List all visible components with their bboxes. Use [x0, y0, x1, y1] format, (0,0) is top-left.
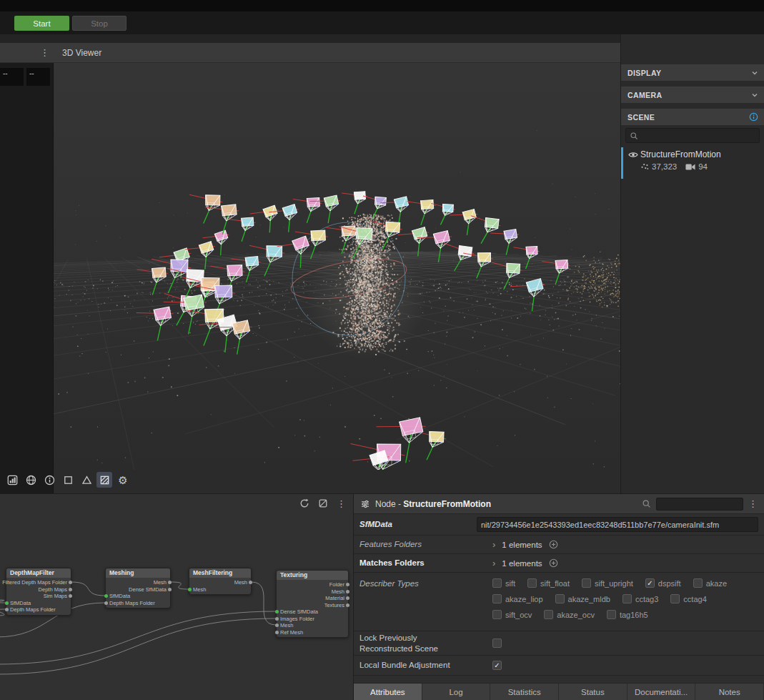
- describer-type-akaze-liop[interactable]: akaze_liop: [492, 594, 543, 603]
- tab-statistics[interactable]: Statistics: [490, 684, 559, 700]
- graph-node-depthmapfilter[interactable]: DepthMapFilterFiltered Depth Maps Folder…: [6, 568, 71, 616]
- pin-icon[interactable]: [5, 608, 9, 611]
- viewer-menu-icon[interactable]: ⋮: [40, 48, 49, 57]
- node-pin-row: Mesh: [189, 586, 251, 593]
- viewport-3d[interactable]: [54, 63, 620, 470]
- describer-type-cctag3[interactable]: cctag3: [622, 594, 658, 603]
- checkbox[interactable]: [622, 594, 632, 603]
- describer-type-cctag4[interactable]: cctag4: [670, 594, 706, 603]
- describer-type-akaze-mldb[interactable]: akaze_mldb: [555, 594, 610, 603]
- pin-icon[interactable]: [275, 623, 279, 627]
- pin-icon[interactable]: [188, 588, 192, 591]
- pin-icon[interactable]: [104, 601, 108, 605]
- describer-type-akaze-ocv[interactable]: akaze_ocv: [544, 610, 595, 619]
- tab-status[interactable]: Status: [559, 684, 627, 700]
- describer-type-sift-float[interactable]: sift_float: [527, 578, 570, 588]
- pin-icon[interactable]: [104, 594, 108, 598]
- checkbox[interactable]: [607, 610, 616, 619]
- viewport-toolbar-bg: [54, 470, 620, 493]
- pin-icon[interactable]: [346, 603, 349, 607]
- describer-label: sift_ocv: [505, 611, 532, 619]
- graph-editor[interactable]: ⋮ DepthMapFilterFiltered Depth Maps Fold…: [0, 493, 353, 700]
- pin-label: Sim Maps: [44, 593, 67, 599]
- tab-notes[interactable]: Notes: [695, 684, 764, 700]
- meshroom-window: Start Stop ⋮ 3D Viewer -- -- ⚙ DISPLAY: [0, 0, 764, 700]
- node-pin-row: Dense SfMData: [106, 586, 170, 593]
- stats-chart-icon[interactable]: [4, 472, 20, 488]
- pin-icon[interactable]: [69, 588, 72, 591]
- pin-icon[interactable]: [168, 588, 172, 591]
- checkbox-lock-previously-reconstructed-scene[interactable]: [492, 639, 502, 648]
- section-display[interactable]: DISPLAY: [621, 64, 764, 81]
- checkbox[interactable]: [582, 578, 591, 588]
- visibility-eye-icon[interactable]: [628, 150, 638, 159]
- pin-icon[interactable]: [275, 617, 279, 621]
- chevron-down-icon: [751, 92, 758, 99]
- describer-label: akaze_mldb: [568, 595, 610, 603]
- describer-type-akaze[interactable]: akaze: [693, 578, 727, 588]
- section-label: CAMERA: [627, 91, 662, 99]
- tab-attributes[interactable]: Attributes: [354, 684, 422, 700]
- globe-icon[interactable]: [23, 472, 39, 488]
- pin-label: Mesh: [332, 588, 344, 595]
- checkbox[interactable]: [544, 610, 553, 619]
- pin-icon[interactable]: [346, 590, 349, 593]
- describer-label: cctag3: [635, 595, 658, 603]
- pin-icon[interactable]: [275, 610, 279, 613]
- pin-label: Filtered Depth Maps Folder: [2, 579, 67, 586]
- gallery-placeholder[interactable]: --: [26, 68, 50, 86]
- checkbox[interactable]: [693, 578, 703, 588]
- describer-type-dspsift[interactable]: ✓dspsift: [645, 578, 681, 588]
- section-scene[interactable]: SCENE: [621, 109, 764, 125]
- attribute-search-input[interactable]: [656, 498, 743, 511]
- checkbox[interactable]: [527, 578, 537, 588]
- scene-item-stats: 37,323 94: [640, 162, 708, 171]
- textured-mode-icon[interactable]: [96, 472, 112, 488]
- checkbox[interactable]: ✓: [645, 578, 655, 588]
- add-element-button[interactable]: [549, 558, 558, 568]
- points-count: 37,323: [652, 162, 677, 171]
- checkbox[interactable]: [492, 578, 502, 588]
- pin-icon[interactable]: [5, 601, 9, 605]
- tab-log[interactable]: Log: [422, 684, 491, 700]
- checkbox[interactable]: [555, 594, 565, 603]
- scene-item-structurefrommotion[interactable]: StructureFromMotion 37,323 94: [621, 147, 764, 179]
- section-label: SCENE: [627, 113, 655, 122]
- section-camera[interactable]: CAMERA: [621, 87, 764, 103]
- tab-documentati[interactable]: Documentati...: [627, 684, 696, 700]
- checkbox[interactable]: [492, 610, 502, 619]
- gallery-placeholder[interactable]: --: [0, 68, 24, 86]
- describer-label: akaze_liop: [505, 595, 543, 603]
- start-button[interactable]: Start: [14, 16, 69, 31]
- describer-type-sift-ocv[interactable]: sift_ocv: [492, 610, 532, 619]
- expand-chevron-icon[interactable]: ›: [492, 539, 495, 550]
- describer-type-tag16h5[interactable]: tag16h5: [607, 610, 648, 619]
- describer-label: akaze: [706, 579, 727, 588]
- describer-type-sift[interactable]: sift: [492, 578, 515, 588]
- wireframe-triangle-icon[interactable]: [79, 472, 94, 488]
- graph-node-meshing[interactable]: MeshingMeshDense SfMDataSfMDataDepth Map…: [105, 568, 171, 608]
- describer-type-sift-upright[interactable]: sift_upright: [582, 578, 633, 588]
- expand-chevron-icon[interactable]: ›: [492, 558, 495, 568]
- pin-icon[interactable]: [275, 631, 279, 634]
- bounding-box-icon[interactable]: [60, 472, 76, 488]
- node-pin-row: Dense SfMData: [277, 608, 348, 616]
- file-path-field[interactable]: nit/29734456e1e2543393ed1eec83248d511bb7…: [477, 517, 758, 532]
- node-pin-row: Ref Mesh: [277, 629, 348, 636]
- add-element-button[interactable]: [549, 540, 558, 549]
- graph-node-meshfiltering[interactable]: MeshFilteringMeshMesh: [189, 568, 252, 595]
- render-settings-gear-icon[interactable]: ⚙: [115, 472, 131, 488]
- scene-info-icon[interactable]: [749, 112, 758, 122]
- pin-label: Material: [325, 595, 344, 601]
- stop-button[interactable]: Stop: [72, 16, 126, 31]
- checkbox[interactable]: [670, 594, 680, 603]
- pin-label: Mesh: [154, 579, 167, 586]
- checkbox-local-bundle-adjustment[interactable]: ✓: [492, 661, 502, 670]
- panel-menu-icon[interactable]: ⋮: [748, 499, 758, 508]
- info-icon[interactable]: [41, 472, 57, 488]
- graph-node-texturing[interactable]: TexturingFolderMeshMaterialTexturesDense…: [276, 570, 349, 638]
- attribute-panel-tabs: AttributesLogStatisticsStatusDocumentati…: [354, 683, 764, 700]
- scene-search-input[interactable]: [641, 131, 755, 141]
- checkbox[interactable]: [492, 594, 502, 603]
- header-spacer: [0, 34, 620, 43]
